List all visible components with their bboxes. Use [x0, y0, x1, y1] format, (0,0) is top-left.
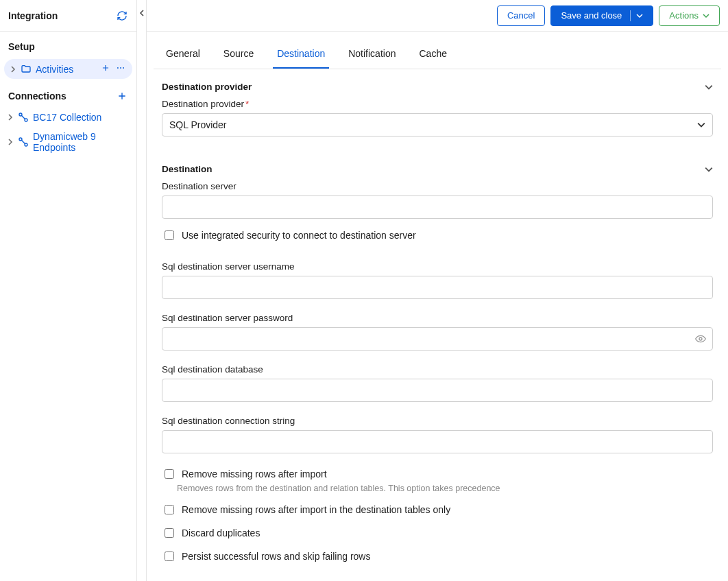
integrated-security-row: Use integrated security to connect to de…	[162, 228, 713, 242]
integrated-security-checkbox[interactable]	[165, 230, 174, 240]
sidebar-item-label: Dynamicweb 9 Endpoints	[33, 131, 130, 153]
persist-row: Persist successful rows and skip failing…	[162, 549, 713, 563]
section-destination-provider: Destination provider Destination provide…	[154, 82, 721, 137]
button-divider	[630, 10, 631, 21]
chevron-right-icon	[7, 139, 14, 145]
svg-point-7	[699, 337, 702, 340]
remove-missing-label: Remove missing rows after import	[182, 469, 327, 479]
select-value: SQL Provider	[169, 119, 227, 130]
svg-point-0	[117, 67, 119, 69]
sidebar-item-label: Activities	[36, 64, 97, 75]
discard-duplicates-label: Discard duplicates	[182, 527, 260, 538]
destination-server-input[interactable]	[162, 195, 713, 219]
field-label-text: Destination provider	[162, 99, 244, 109]
remove-missing-help: Removes rows from the destination and re…	[177, 484, 713, 493]
remove-missing-row: Remove missing rows after import	[162, 467, 713, 481]
actions-button-label: Actions	[669, 10, 699, 21]
chevron-down-icon	[697, 121, 705, 129]
destination-provider-select[interactable]: SQL Provider	[162, 113, 713, 137]
field-label-username: Sql destination server username	[162, 261, 713, 272]
sidebar-item-label: BC17 Collection	[33, 112, 130, 123]
database-input[interactable]	[162, 379, 713, 402]
save-and-close-label: Save and close	[561, 10, 622, 21]
plus-icon[interactable]	[116, 90, 128, 102]
content: General Source Destination Notification …	[147, 32, 728, 581]
chevron-down-icon	[636, 12, 643, 19]
sidebar-section-setup-label: Setup	[8, 41, 35, 52]
plus-icon[interactable]	[101, 63, 110, 75]
save-and-close-button[interactable]: Save and close	[550, 5, 653, 26]
endpoint-icon	[18, 112, 29, 123]
required-asterisk: *	[245, 99, 249, 109]
chevron-down-icon[interactable]	[705, 165, 713, 174]
persist-checkbox[interactable]	[165, 552, 174, 561]
field-label-password: Sql destination server password	[162, 313, 713, 323]
sidebar-section-connections: Connections	[0, 80, 136, 108]
refresh-icon[interactable]	[116, 10, 128, 22]
eye-icon[interactable]	[695, 333, 706, 344]
main: Cancel Save and close Actions General So…	[147, 0, 728, 581]
field-label-server: Destination server	[162, 181, 713, 191]
field-label-provider: Destination provider*	[162, 99, 713, 109]
actions-button[interactable]: Actions	[659, 5, 720, 26]
section-header: Destination provider	[162, 82, 713, 92]
sidebar-section-connections-label: Connections	[8, 91, 66, 102]
chevron-right-icon	[7, 114, 14, 121]
sidebar-item-bc17[interactable]: BC17 Collection	[0, 108, 136, 127]
svg-point-1	[120, 67, 121, 69]
discard-duplicates-checkbox[interactable]	[165, 528, 174, 538]
password-input[interactable]	[162, 327, 713, 351]
cancel-button-label: Cancel	[507, 10, 535, 21]
sidebar-item-dw9[interactable]: Dynamicweb 9 Endpoints	[0, 127, 136, 157]
sidebar-header: Integration	[0, 0, 136, 32]
tab-cache[interactable]: Cache	[415, 38, 450, 69]
section-header-label: Destination	[162, 164, 213, 174]
tabs: General Source Destination Notification …	[154, 38, 721, 69]
endpoint-icon	[18, 137, 29, 147]
chevron-down-icon[interactable]	[705, 83, 713, 91]
remove-missing-checkbox[interactable]	[165, 469, 174, 479]
chevron-right-icon	[10, 66, 16, 73]
folder-icon	[21, 64, 32, 75]
sidebar-item-activities[interactable]: Activities	[4, 59, 132, 79]
remove-missing-dest-only-label: Remove missing rows after import in the …	[182, 504, 450, 515]
section-header-label: Destination provider	[162, 82, 252, 92]
section-destination: Destination Destination server Use integ…	[154, 164, 721, 563]
sidebar-section-setup: Setup	[0, 32, 136, 58]
tab-destination[interactable]: Destination	[273, 38, 329, 69]
more-icon[interactable]	[116, 63, 125, 75]
username-input[interactable]	[162, 276, 713, 299]
remove-missing-dest-only-checkbox[interactable]	[165, 505, 174, 514]
sidebar-title: Integration	[8, 10, 58, 21]
remove-missing-dest-only-row: Remove missing rows after import in the …	[162, 503, 713, 517]
chevron-down-icon	[703, 12, 709, 19]
discard-duplicates-row: Discard duplicates	[162, 526, 713, 540]
integrated-security-label: Use integrated security to connect to de…	[182, 230, 416, 241]
collapse-panel-button[interactable]	[137, 0, 147, 581]
persist-label: Persist successful rows and skip failing…	[182, 551, 370, 562]
sidebar: Integration Setup Activities	[0, 0, 137, 581]
field-label-database: Sql destination database	[162, 364, 713, 375]
cancel-button[interactable]: Cancel	[497, 5, 545, 26]
tab-notification[interactable]: Notification	[344, 38, 400, 69]
section-header: Destination	[162, 164, 713, 174]
field-label-connstring: Sql destination connection string	[162, 416, 713, 426]
tab-general[interactable]: General	[162, 38, 204, 69]
topbar: Cancel Save and close Actions	[147, 0, 728, 32]
connstring-input[interactable]	[162, 430, 713, 453]
tab-source[interactable]: Source	[219, 38, 258, 69]
svg-point-2	[123, 67, 124, 69]
